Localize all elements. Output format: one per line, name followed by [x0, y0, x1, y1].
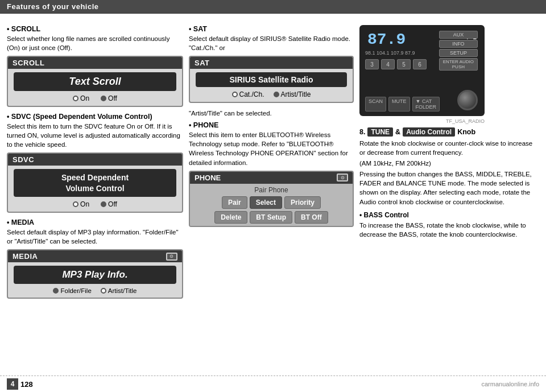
phone-panel-body: Pair Phone Pair Select Priority Delete B… [190, 184, 353, 226]
main-content: • SCROLL Select whether long file names … [0, 19, 546, 304]
radio-image-label: TF_USA_RADIO [359, 118, 485, 124]
sdvc-line2: Volume Control [19, 183, 171, 193]
media-radio-row: Folder/File Artist/Title [53, 287, 136, 294]
page-header: Features of your vehicle [0, 0, 546, 13]
sdvc-display: Speed Dependent Volume Control [14, 169, 176, 196]
sat-cat-radio[interactable] [232, 92, 238, 97]
scroll-desc: Select whether long file names are scrol… [7, 34, 183, 52]
btsetup-button[interactable]: BT Setup [250, 211, 292, 224]
footer-number: 4 [7, 378, 18, 390]
tune-title: 8. TUNE & Audio Control Knob [359, 127, 539, 137]
select-button[interactable]: Select [250, 196, 282, 209]
scroll-on-radio[interactable] [73, 96, 78, 101]
sat-section: • SAT Select default display of SIRIUS® … [189, 25, 354, 103]
bass-title: • BASS Control [359, 211, 539, 219]
pair-phone-label: Pair Phone [193, 186, 349, 194]
sdvc-off-option[interactable]: Off [101, 200, 117, 208]
phone-section: • PHONE Select this item to enter BLUETO… [189, 121, 354, 226]
media-cd-icon: ⊙ [166, 253, 177, 261]
footer: 4 128 carmanualonline.info [0, 376, 546, 392]
audio-badge: Audio Control [403, 127, 455, 137]
sat-cat-option[interactable]: Cat./Ch. [232, 90, 264, 98]
preset-btn-3[interactable]: 3 [365, 59, 379, 69]
media-folder-radio[interactable] [53, 288, 59, 294]
media-artist-radio[interactable] [101, 288, 106, 294]
tune-knob[interactable] [457, 90, 478, 110]
sat-artist-option[interactable]: Artist/Title [274, 90, 311, 98]
sat-radio-row: Cat./Ch. Artist/Title [232, 90, 311, 98]
header-title: Features of your vehicle [7, 2, 99, 11]
media-bullet: • MEDIA [7, 218, 183, 226]
sdvc-on-label: On [80, 200, 89, 208]
scan-button[interactable]: SCAN [365, 97, 386, 112]
aux-button[interactable]: AUX [439, 31, 478, 39]
priority-button[interactable]: Priority [284, 196, 321, 209]
phone-panel-label: PHONE [195, 174, 221, 182]
pair-button[interactable]: Pair [222, 196, 247, 209]
sdvc-desc: Select this item to turn the SDVC featur… [7, 122, 183, 149]
scroll-off-radio[interactable] [101, 96, 106, 101]
info-button[interactable]: INFO [439, 40, 478, 48]
scroll-display-text: Text Scroll [14, 72, 176, 91]
sdvc-panel: SDVC Speed Dependent Volume Control On [7, 152, 183, 212]
phone-panel-header: PHONE ⊙ [190, 172, 353, 184]
sdvc-on-radio[interactable] [73, 201, 78, 207]
phone-btn-row2: Delete BT Setup BT Off [193, 211, 349, 224]
sat-artist-label: Artist/Title [281, 90, 311, 98]
sdvc-bullet: • SDVC (Speed Dependent Volume Control) [7, 113, 183, 121]
preset-btn-4[interactable]: 4 [381, 59, 395, 69]
media-panel: MEDIA ⊙ MP3 Play Info. Folder/File Artis… [7, 249, 183, 299]
sdvc-off-radio[interactable] [101, 201, 106, 207]
footer-page: 128 [20, 380, 33, 389]
delete-button[interactable]: Delete [214, 211, 247, 224]
phone-btn-row1: Pair Select Priority [193, 196, 349, 209]
preset-btn-5[interactable]: 5 [397, 59, 411, 69]
bass-desc: To increase the BASS, rotate the knob cl… [359, 221, 539, 239]
knob-label: Knob [457, 128, 475, 136]
media-panel-body: MP3 Play Info. Folder/File Artist/Title [8, 262, 182, 298]
setup-button[interactable]: SETUP [439, 49, 478, 57]
tune-section: 8. TUNE & Audio Control Knob Rotate the … [359, 127, 539, 207]
sat-cat-label: Cat./Ch. [239, 90, 264, 98]
artist-title-note: "Artist/Title" can be selected. [189, 109, 354, 118]
radio-bottom-buttons: SCAN MUTE ▼ CATFOLDER [365, 97, 440, 112]
media-artist-label: Artist/Title [108, 287, 137, 294]
sat-panel: SAT SIRIUS Satellite Radio Cat./Ch. Arti… [189, 56, 354, 103]
scroll-panel: SCROLL Text Scroll On Off [7, 56, 183, 107]
phone-cd-icon: ⊙ [337, 174, 348, 181]
sat-desc: Select default display of SIRIUS® Satell… [189, 34, 354, 52]
sat-panel-header: SAT [190, 57, 353, 69]
left-column: • SCROLL Select whether long file names … [7, 25, 183, 304]
media-section: • MEDIA Select default display of MP3 pl… [7, 218, 183, 299]
scroll-section: • SCROLL Select whether long file names … [7, 25, 183, 107]
sdvc-panel-header: SDVC [8, 154, 182, 166]
media-folder-option[interactable]: Folder/File [53, 287, 91, 294]
tune-desc1: Rotate the knob clockwise or counter-clo… [359, 139, 539, 157]
scroll-off-label: Off [108, 94, 117, 102]
sat-bullet: • SAT [189, 25, 354, 33]
media-folder-label: Folder/File [60, 287, 91, 294]
mute-button[interactable]: MUTE [388, 97, 410, 112]
preset-btn-6[interactable]: 6 [413, 59, 427, 69]
phone-bullet: • PHONE [189, 121, 354, 129]
tune-amp: & [395, 128, 400, 136]
scroll-panel-header: SCROLL [8, 57, 182, 69]
sdvc-on-option[interactable]: On [73, 200, 89, 208]
tune-desc2: (AM 10kHz, FM 200kHz) [359, 159, 539, 168]
scroll-off-option[interactable]: Off [101, 94, 117, 102]
enter-audio-button[interactable]: ENTER AUDIOPUSH [439, 58, 478, 71]
sdvc-line1: Speed Dependent [19, 172, 171, 183]
cat-folder-button[interactable]: ▼ CATFOLDER [412, 97, 440, 112]
radio-preset-buttons: 3 4 5 6 [365, 59, 427, 69]
sat-artist-radio[interactable] [274, 92, 279, 97]
scroll-bullet: • SCROLL [7, 25, 183, 33]
media-artist-option[interactable]: Artist/Title [101, 287, 137, 294]
scroll-radio-row: On Off [73, 94, 117, 102]
radio-frequency: 87.9 [367, 31, 406, 48]
phone-panel: PHONE ⊙ Pair Phone Pair Select Priority … [189, 171, 354, 227]
scroll-on-option[interactable]: On [73, 94, 89, 102]
btoff-button[interactable]: BT Off [295, 211, 328, 224]
scroll-on-label: On [80, 94, 89, 102]
tune-badge: TUNE [367, 127, 393, 137]
media-display-text: MP3 Play Info. [14, 266, 176, 284]
